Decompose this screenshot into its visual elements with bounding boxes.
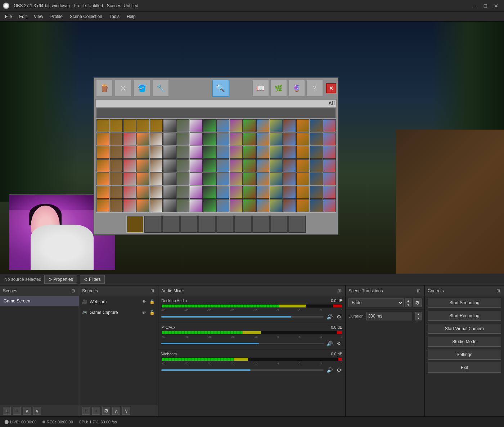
inventory-item-slot[interactable] bbox=[310, 199, 323, 212]
menu-file[interactable]: File bbox=[1, 13, 15, 21]
scenes-panel-icon[interactable]: ⊞ bbox=[70, 288, 76, 294]
exit-button[interactable]: Exit bbox=[428, 363, 501, 373]
inventory-item-slot[interactable] bbox=[243, 172, 256, 185]
inventory-item-slot[interactable] bbox=[136, 186, 149, 199]
inventory-item-slot[interactable] bbox=[323, 119, 336, 132]
inventory-item-slot[interactable] bbox=[230, 132, 243, 145]
inventory-item-slot[interactable] bbox=[296, 199, 309, 212]
inventory-item-slot[interactable] bbox=[256, 132, 269, 145]
inventory-item-slot[interactable] bbox=[110, 146, 123, 159]
inventory-item-slot[interactable] bbox=[163, 119, 176, 132]
inventory-item-slot[interactable] bbox=[270, 159, 283, 172]
inventory-item-slot[interactable] bbox=[190, 199, 203, 212]
inventory-item-slot[interactable] bbox=[123, 159, 136, 172]
scenes-add-button[interactable]: + bbox=[3, 407, 11, 415]
inventory-item-slot[interactable] bbox=[96, 159, 109, 172]
inventory-item-slot[interactable] bbox=[176, 159, 189, 172]
inventory-item-slot[interactable] bbox=[96, 172, 109, 185]
inventory-item-slot[interactable] bbox=[230, 159, 243, 172]
inventory-item-slot[interactable] bbox=[310, 146, 323, 159]
inventory-item-slot[interactable] bbox=[310, 132, 323, 145]
hotbar-slot[interactable] bbox=[234, 216, 252, 233]
inventory-item-slot[interactable] bbox=[310, 159, 323, 172]
inventory-item-slot[interactable] bbox=[176, 146, 189, 159]
inventory-item-slot[interactable] bbox=[163, 132, 176, 145]
inv-tab-book[interactable]: 📖 bbox=[252, 80, 269, 97]
inventory-item-slot[interactable] bbox=[310, 172, 323, 185]
inv-search-tab[interactable]: 🔍 bbox=[212, 80, 229, 97]
inventory-item-slot[interactable] bbox=[256, 199, 269, 212]
inventory-item-slot[interactable] bbox=[96, 146, 109, 159]
inventory-item-slot[interactable] bbox=[203, 186, 216, 199]
transition-select[interactable]: Fade Cut Swipe bbox=[348, 298, 404, 307]
inventory-item-slot[interactable] bbox=[136, 146, 149, 159]
inventory-item-slot[interactable] bbox=[150, 186, 163, 199]
inventory-item-slot[interactable] bbox=[150, 159, 163, 172]
inventory-item-slot[interactable] bbox=[296, 119, 309, 132]
inventory-item-slot[interactable] bbox=[190, 186, 203, 199]
menu-view[interactable]: View bbox=[30, 13, 47, 21]
inventory-item-slot[interactable] bbox=[283, 172, 296, 185]
hotbar-slot[interactable] bbox=[270, 216, 288, 233]
inventory-item-slot[interactable] bbox=[190, 119, 203, 132]
inventory-item-slot[interactable] bbox=[123, 172, 136, 185]
hotbar-slot[interactable] bbox=[162, 216, 180, 233]
sources-down-button[interactable]: ∨ bbox=[122, 407, 130, 415]
scene-item-gamescreen[interactable]: Game Screen bbox=[0, 296, 79, 306]
audio-desktop-volume[interactable] bbox=[161, 313, 324, 320]
duration-down-arrow[interactable]: ▼ bbox=[415, 316, 422, 320]
inventory-item-slot[interactable] bbox=[203, 132, 216, 145]
inventory-item-slot[interactable] bbox=[96, 186, 109, 199]
inventory-item-slot[interactable] bbox=[283, 146, 296, 159]
source-webcam-lock[interactable]: 🔒 bbox=[149, 298, 155, 305]
inventory-item-slot[interactable] bbox=[163, 159, 176, 172]
inventory-item-slot[interactable] bbox=[110, 186, 123, 199]
inventory-item-slot[interactable] bbox=[243, 132, 256, 145]
inventory-item-slot[interactable] bbox=[216, 119, 229, 132]
source-item-gamecapture[interactable]: 🎮 Game Capture 👁 🔒 bbox=[79, 307, 158, 318]
inventory-item-slot[interactable] bbox=[136, 159, 149, 172]
inventory-item-slot[interactable] bbox=[216, 186, 229, 199]
audio-panel-icon[interactable]: ⊞ bbox=[337, 288, 342, 294]
inventory-item-slot[interactable] bbox=[270, 199, 283, 212]
inventory-item-slot[interactable] bbox=[150, 146, 163, 159]
inventory-item-slot[interactable] bbox=[283, 132, 296, 145]
hotbar-slot[interactable] bbox=[216, 216, 234, 233]
inventory-item-slot[interactable] bbox=[270, 119, 283, 132]
inventory-item-slot[interactable] bbox=[203, 146, 216, 159]
transition-settings-button[interactable]: ⚙ bbox=[413, 298, 422, 307]
inventory-item-slot[interactable] bbox=[323, 199, 336, 212]
inv-tab-blocks[interactable]: 🪵 bbox=[96, 80, 113, 97]
hotbar-slot[interactable] bbox=[252, 216, 270, 233]
scenes-up-button[interactable]: ∧ bbox=[23, 407, 31, 415]
inv-tab-magic[interactable]: 🔮 bbox=[288, 80, 305, 97]
inventory-item-slot[interactable] bbox=[283, 119, 296, 132]
inventory-item-slot[interactable] bbox=[110, 159, 123, 172]
menu-help[interactable]: Help bbox=[123, 13, 139, 21]
inventory-item-slot[interactable] bbox=[230, 172, 243, 185]
inventory-item-slot[interactable] bbox=[163, 199, 176, 212]
audio-mic-settings[interactable]: ⚙ bbox=[335, 340, 342, 347]
audio-desktop-settings[interactable]: ⚙ bbox=[335, 313, 342, 320]
inventory-item-slot[interactable] bbox=[110, 199, 123, 212]
inventory-item-slot[interactable] bbox=[176, 172, 189, 185]
inventory-item-slot[interactable] bbox=[216, 159, 229, 172]
inventory-item-slot[interactable] bbox=[150, 132, 163, 145]
hotbar-slot[interactable] bbox=[126, 216, 144, 233]
inventory-item-slot[interactable] bbox=[256, 186, 269, 199]
inventory-item-slot[interactable] bbox=[176, 186, 189, 199]
inventory-search-bar[interactable] bbox=[96, 108, 336, 118]
settings-button[interactable]: Settings bbox=[428, 350, 501, 360]
source-item-webcam[interactable]: 🎥 Webcam 👁 🔒 bbox=[79, 296, 158, 307]
inventory-item-slot[interactable] bbox=[256, 146, 269, 159]
inventory-item-slot[interactable] bbox=[216, 146, 229, 159]
sources-up-button[interactable]: ∧ bbox=[112, 407, 120, 415]
inventory-item-slot[interactable] bbox=[136, 132, 149, 145]
inventory-item-slot[interactable] bbox=[283, 186, 296, 199]
source-gamecapture-eye[interactable]: 👁 bbox=[141, 309, 147, 316]
inventory-item-slot[interactable] bbox=[203, 159, 216, 172]
properties-button[interactable]: ⚙ Properties bbox=[44, 275, 77, 284]
audio-mic-mute[interactable]: 🔊 bbox=[326, 340, 333, 347]
sources-remove-button[interactable]: − bbox=[92, 407, 100, 415]
transition-up-arrow[interactable]: ▲ bbox=[405, 298, 411, 303]
